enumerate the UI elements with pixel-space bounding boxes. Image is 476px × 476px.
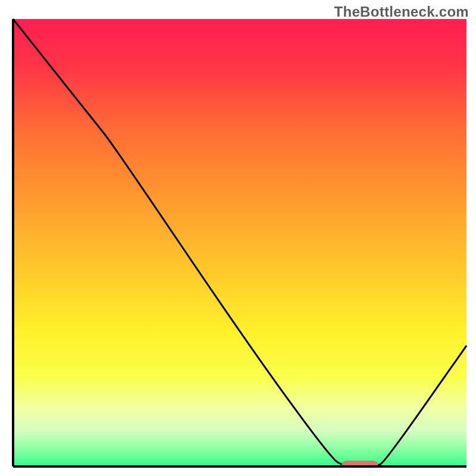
bottleneck-curve-plot xyxy=(0,0,476,476)
plot-background xyxy=(13,19,466,466)
watermark-text: TheBottleneck.com xyxy=(334,4,469,20)
chart-container: TheBottleneck.com xyxy=(0,0,476,476)
